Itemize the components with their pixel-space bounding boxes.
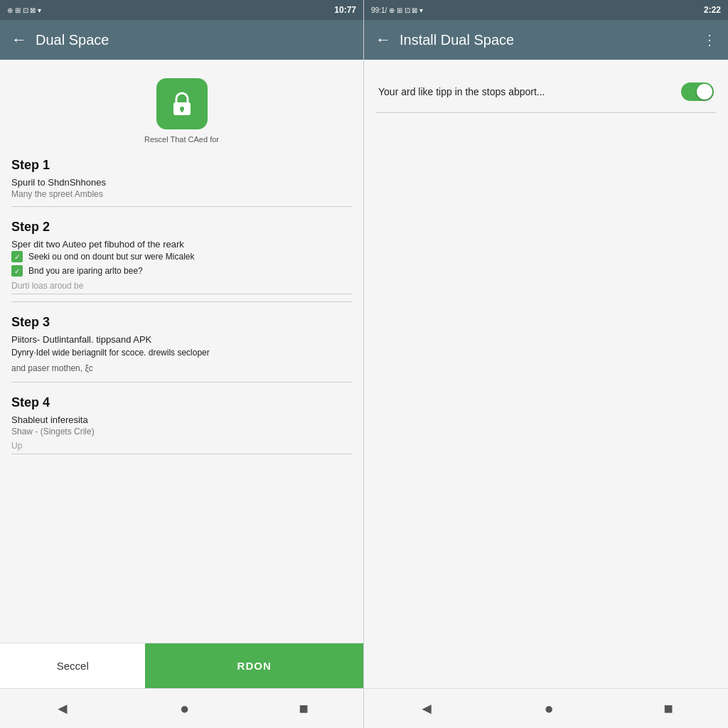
- step-3-extra: and paser mothen, ξc: [11, 362, 352, 375]
- app-bar-right: ← Install Dual Space ⋮: [364, 20, 728, 60]
- status-icons-left: ⊕ ⊞ ⊡ ⊠ ▾: [7, 6, 41, 14]
- toggle-knob: [697, 84, 712, 100]
- step-3-body: Dynry·Idel wide beriagnilt for scoce. dr…: [11, 346, 352, 359]
- step-2-title: Step 2: [11, 220, 352, 235]
- step-1-divider: [11, 206, 352, 207]
- nav-back-icon-left[interactable]: ◄: [55, 700, 70, 718]
- status-bar-left: ⊕ ⊞ ⊡ ⊠ ▾ 10:77: [0, 0, 363, 20]
- done-button[interactable]: RDON: [145, 643, 363, 688]
- nav-recent-icon-left[interactable]: ■: [299, 700, 309, 718]
- nav-home-icon-right[interactable]: ●: [545, 700, 554, 718]
- status-icons-right: 99:1/ ⊕ ⊞ ⊡ ⊠ ▾: [371, 6, 423, 14]
- step-4-subtitle: Shableut inferesita: [11, 414, 352, 425]
- content-left: Rescel That CAed for Step 1 Spuril to Sh…: [0, 60, 363, 643]
- toggle-row: Your ard like tipp in the stops abport..…: [375, 71, 717, 113]
- status-bar-right: 99:1/ ⊕ ⊞ ⊡ ⊠ ▾ 2:22: [364, 0, 728, 20]
- step-1-section: Step 1 Spuril to ShdnShhones Many the sp…: [11, 158, 352, 207]
- step-3-divider: [11, 382, 352, 382]
- left-panel: ⊕ ⊞ ⊡ ⊠ ▾ 10:77 ← Dual Space Rescel That…: [0, 0, 364, 728]
- checkbox-icon-1: ✓: [11, 251, 23, 262]
- step-3-title: Step 3: [11, 315, 352, 330]
- app-bar-left: ← Dual Space: [0, 20, 363, 60]
- svg-rect-2: [181, 109, 183, 112]
- step-3-subtitle: Piitors- Dutlintanfall. tippsand APK: [11, 334, 352, 345]
- cancel-button[interactable]: Seccel: [0, 643, 145, 688]
- step-1-title: Step 1: [11, 158, 352, 173]
- bottom-nav-right: ◄ ● ■: [364, 688, 728, 728]
- time-right: 2:22: [704, 5, 721, 15]
- step-2-checkbox-2-label: Bnd you are iparing arlto bee?: [28, 266, 143, 276]
- app-icon-label: Rescel That CAed for: [144, 135, 219, 144]
- button-row: Seccel RDON: [0, 643, 363, 688]
- nav-home-icon-left[interactable]: ●: [180, 700, 189, 718]
- step-2-checkbox-1[interactable]: ✓ Seeki ou ond on dount but sur were Mic…: [11, 251, 352, 262]
- step-3-section: Step 3 Piitors- Dutlintanfall. tippsand …: [11, 315, 352, 382]
- step-2-divider: [11, 301, 352, 302]
- toggle-label: Your ard like tipp in the stops abport..…: [378, 86, 681, 97]
- back-button-right[interactable]: ←: [375, 31, 391, 49]
- nav-back-icon-right[interactable]: ◄: [419, 700, 434, 718]
- toggle-switch[interactable]: [681, 82, 714, 101]
- app-icon: [156, 78, 208, 129]
- time-left: 10:77: [334, 5, 356, 15]
- step-4-input[interactable]: Up: [11, 441, 352, 454]
- step-1-desc: Many the spreet Ambles: [11, 189, 352, 199]
- app-title-left: Dual Space: [36, 32, 352, 48]
- lock-icon: [168, 90, 196, 118]
- bottom-nav-left: ◄ ● ■: [0, 688, 363, 728]
- app-title-right: Install Dual Space: [400, 32, 694, 48]
- step-4-desc: Shaw - (Singets Crile): [11, 427, 352, 437]
- right-panel: 99:1/ ⊕ ⊞ ⊡ ⊠ ▾ 2:22 ← Install Dual Spac…: [364, 0, 728, 728]
- step-1-subtitle: Spuril to ShdnShhones: [11, 177, 352, 188]
- step-2-checkbox-1-label: Seeki ou ond on dount but sur were Mical…: [28, 252, 194, 262]
- step-4-title: Step 4: [11, 395, 352, 410]
- back-button-left[interactable]: ←: [11, 31, 27, 49]
- checkbox-icon-2: ✓: [11, 265, 23, 277]
- step-4-section: Step 4 Shableut inferesita Shaw - (Singe…: [11, 395, 352, 454]
- step-2-section: Step 2 Sper dit two Auteo pet fibuhod of…: [11, 220, 352, 302]
- more-options-icon[interactable]: ⋮: [702, 31, 717, 48]
- step-2-input[interactable]: Durti loas aroud be: [11, 281, 352, 294]
- step-2-subtitle: Sper dit two Auteo pet fibuhod of the re…: [11, 239, 352, 250]
- nav-recent-icon-right[interactable]: ■: [663, 700, 673, 718]
- step-2-checkbox-2[interactable]: ✓ Bnd you are iparing arlto bee?: [11, 265, 352, 277]
- content-right: Your ard like tipp in the stops abport..…: [364, 60, 728, 688]
- app-icon-section: Rescel That CAed for: [11, 71, 352, 144]
